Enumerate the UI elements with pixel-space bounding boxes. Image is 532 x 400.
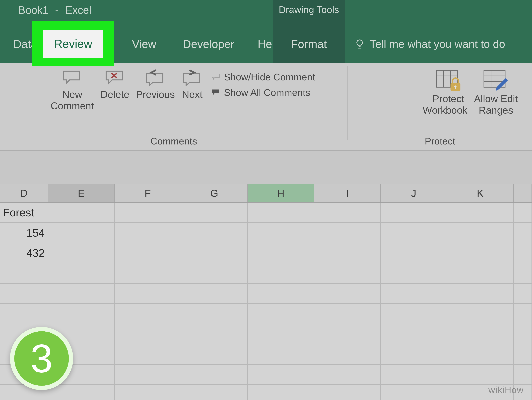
column-header-e[interactable]: E: [48, 184, 115, 202]
cell[interactable]: [314, 203, 381, 222]
cell[interactable]: Forest: [0, 203, 48, 222]
cell[interactable]: 432: [0, 243, 48, 263]
tab-review[interactable]: Review: [43, 30, 103, 58]
cell[interactable]: [447, 203, 514, 222]
tab-developer[interactable]: Developer: [176, 25, 241, 63]
tellme-search[interactable]: Tell me what you want to do: [354, 25, 505, 63]
next-comment-button[interactable]: Next: [181, 68, 203, 100]
cell[interactable]: [0, 283, 48, 303]
column-header-j[interactable]: J: [381, 184, 447, 202]
cell[interactable]: [248, 385, 314, 400]
cell[interactable]: [181, 283, 248, 303]
cell[interactable]: [48, 283, 115, 303]
cell[interactable]: [447, 304, 514, 324]
column-header-i[interactable]: I: [314, 184, 381, 202]
protect-workbook-button[interactable]: Protect Workbook: [429, 68, 467, 116]
cell[interactable]: [314, 365, 381, 384]
cell[interactable]: [115, 283, 181, 303]
delete-comment-button[interactable]: Delete: [101, 68, 129, 100]
cell[interactable]: [181, 324, 248, 344]
cell[interactable]: [115, 223, 181, 243]
spreadsheet-grid[interactable]: Forest154432: [0, 203, 532, 400]
column-header-g[interactable]: G: [181, 184, 248, 202]
cell[interactable]: [115, 263, 181, 283]
cell[interactable]: [381, 324, 447, 344]
cell[interactable]: [447, 263, 514, 283]
cell[interactable]: [181, 263, 248, 283]
cell[interactable]: [181, 223, 248, 243]
cell[interactable]: [514, 203, 532, 222]
cell[interactable]: [48, 385, 115, 400]
cell[interactable]: [447, 243, 514, 263]
cell[interactable]: [48, 243, 115, 263]
cell[interactable]: [381, 304, 447, 324]
cell[interactable]: [115, 304, 181, 324]
column-header-partial[interactable]: [514, 184, 532, 202]
cell[interactable]: [115, 243, 181, 263]
cell[interactable]: [447, 223, 514, 243]
cell[interactable]: [381, 385, 447, 400]
cell[interactable]: [514, 243, 532, 263]
cell[interactable]: [314, 304, 381, 324]
cell[interactable]: [0, 304, 48, 324]
cell[interactable]: [447, 324, 514, 344]
cell[interactable]: [115, 385, 181, 400]
cell[interactable]: [314, 223, 381, 243]
cell[interactable]: [514, 263, 532, 283]
column-header-f[interactable]: F: [115, 184, 181, 202]
cell[interactable]: [314, 324, 381, 344]
cell[interactable]: [248, 263, 314, 283]
cell[interactable]: [381, 243, 447, 263]
tab-view[interactable]: View: [125, 25, 163, 63]
cell[interactable]: [248, 223, 314, 243]
cell[interactable]: [381, 203, 447, 222]
cell[interactable]: [514, 365, 532, 384]
cell[interactable]: [447, 283, 514, 303]
cell[interactable]: [514, 344, 532, 364]
column-header-k[interactable]: K: [447, 184, 514, 202]
cell[interactable]: [48, 223, 115, 243]
cell[interactable]: [181, 243, 248, 263]
cell[interactable]: [0, 263, 48, 283]
cell[interactable]: [48, 304, 115, 324]
column-header-d[interactable]: D: [0, 184, 48, 202]
cell[interactable]: 154: [0, 223, 48, 243]
new-comment-button[interactable]: New Comment: [51, 68, 94, 111]
cell[interactable]: [514, 223, 532, 243]
cell[interactable]: [514, 324, 532, 344]
cell[interactable]: [48, 263, 115, 283]
cell[interactable]: [181, 385, 248, 400]
cell[interactable]: [248, 283, 314, 303]
cell[interactable]: [447, 344, 514, 364]
cell[interactable]: [248, 365, 314, 384]
cell[interactable]: [181, 365, 248, 384]
cell[interactable]: [181, 304, 248, 324]
cell[interactable]: [314, 263, 381, 283]
cell[interactable]: [381, 283, 447, 303]
cell[interactable]: [381, 365, 447, 384]
cell[interactable]: [248, 324, 314, 344]
cell[interactable]: [381, 223, 447, 243]
cell[interactable]: [447, 365, 514, 384]
cell[interactable]: [181, 203, 248, 222]
allow-edit-ranges-button[interactable]: Allow Edit Ranges: [474, 68, 518, 116]
previous-comment-button[interactable]: Previous: [136, 68, 175, 100]
cell[interactable]: [514, 304, 532, 324]
show-all-comments-button[interactable]: Show All Comments: [211, 87, 310, 98]
cell[interactable]: [248, 203, 314, 222]
cell[interactable]: [314, 243, 381, 263]
show-hide-comment-button[interactable]: Show/Hide Comment: [211, 71, 315, 83]
cell[interactable]: [181, 344, 248, 364]
cell[interactable]: [514, 283, 532, 303]
cell[interactable]: [248, 304, 314, 324]
cell[interactable]: [115, 344, 181, 364]
cell[interactable]: [314, 344, 381, 364]
cell[interactable]: [115, 365, 181, 384]
cell[interactable]: [381, 263, 447, 283]
tab-format[interactable]: Format: [273, 25, 345, 63]
cell[interactable]: [314, 385, 381, 400]
cell[interactable]: [248, 344, 314, 364]
cell[interactable]: [115, 203, 181, 222]
cell[interactable]: [248, 243, 314, 263]
column-header-h[interactable]: H: [248, 184, 314, 202]
